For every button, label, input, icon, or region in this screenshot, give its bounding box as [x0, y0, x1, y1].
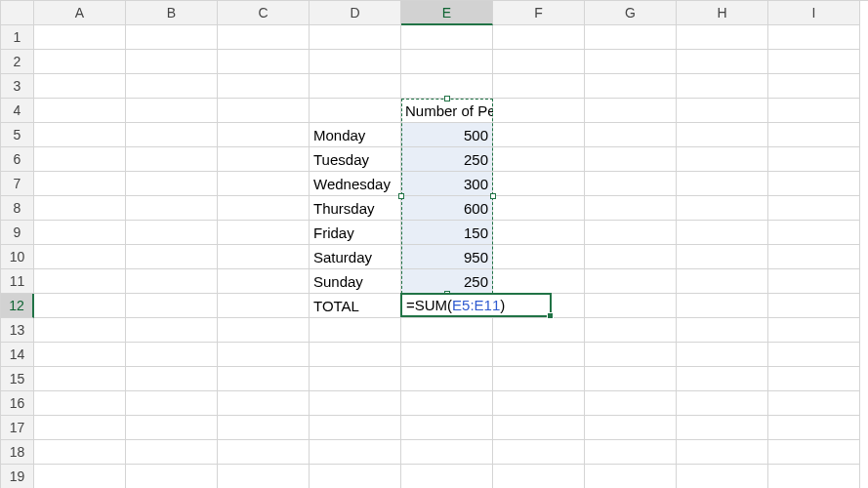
cell-H17[interactable]	[677, 416, 768, 440]
cell-F6[interactable]	[493, 147, 585, 172]
cell-B5[interactable]	[126, 123, 218, 147]
cell-C2[interactable]	[218, 50, 310, 74]
cell-F10[interactable]	[493, 245, 585, 269]
cell-F11[interactable]	[493, 269, 585, 294]
cell-D8[interactable]: Thursday	[310, 196, 401, 221]
cell-A17[interactable]	[34, 416, 126, 440]
cell-I4[interactable]	[768, 99, 860, 123]
cell-I15[interactable]	[768, 367, 860, 391]
row-header-7[interactable]: 7	[1, 172, 34, 196]
cell-I19[interactable]	[768, 465, 860, 488]
cell-A7[interactable]	[34, 172, 126, 196]
cell-A14[interactable]	[34, 343, 126, 367]
cell-F2[interactable]	[493, 50, 585, 74]
cell-D11[interactable]: Sunday	[310, 269, 401, 294]
cell-B15[interactable]	[126, 367, 218, 391]
cell-D18[interactable]	[310, 440, 401, 465]
cell-I2[interactable]	[768, 50, 860, 74]
row-header-4[interactable]: 4	[1, 99, 34, 123]
fill-handle[interactable]	[547, 312, 554, 319]
cell-G7[interactable]	[585, 172, 677, 196]
cell-C18[interactable]	[218, 440, 310, 465]
row-header-6[interactable]: 6	[1, 147, 34, 172]
cell-A10[interactable]	[34, 245, 126, 269]
cell-A15[interactable]	[34, 367, 126, 391]
row-header-1[interactable]: 1	[1, 25, 34, 50]
cell-A18[interactable]	[34, 440, 126, 465]
column-header-C[interactable]: C	[218, 1, 310, 25]
cell-G10[interactable]	[585, 245, 677, 269]
cell-B2[interactable]	[126, 50, 218, 74]
cell-B14[interactable]	[126, 343, 218, 367]
cell-C15[interactable]	[218, 367, 310, 391]
cell-C17[interactable]	[218, 416, 310, 440]
cell-B11[interactable]	[126, 269, 218, 294]
cell-H16[interactable]	[677, 391, 768, 416]
cell-A11[interactable]	[34, 269, 126, 294]
cell-B4[interactable]	[126, 99, 218, 123]
row-header-13[interactable]: 13	[1, 318, 34, 343]
cell-E2[interactable]	[401, 50, 493, 74]
cell-I17[interactable]	[768, 416, 860, 440]
cell-A4[interactable]	[34, 99, 126, 123]
cell-I8[interactable]	[768, 196, 860, 221]
cell-H12[interactable]	[677, 294, 768, 318]
cell-C1[interactable]	[218, 25, 310, 50]
cell-D16[interactable]	[310, 391, 401, 416]
cell-B13[interactable]	[126, 318, 218, 343]
cell-F16[interactable]	[493, 391, 585, 416]
cell-C14[interactable]	[218, 343, 310, 367]
cell-C16[interactable]	[218, 391, 310, 416]
cell-I11[interactable]	[768, 269, 860, 294]
cell-I13[interactable]	[768, 318, 860, 343]
cell-G5[interactable]	[585, 123, 677, 147]
row-header-17[interactable]: 17	[1, 416, 34, 440]
row-header-11[interactable]: 11	[1, 269, 34, 294]
cell-E10[interactable]: 950	[401, 245, 493, 269]
cell-I6[interactable]	[768, 147, 860, 172]
row-header-9[interactable]: 9	[1, 221, 34, 245]
cell-I18[interactable]	[768, 440, 860, 465]
cell-G14[interactable]	[585, 343, 677, 367]
cell-A19[interactable]	[34, 465, 126, 488]
cell-B12[interactable]	[126, 294, 218, 318]
cell-C6[interactable]	[218, 147, 310, 172]
cell-E6[interactable]: 250	[401, 147, 493, 172]
cell-H10[interactable]	[677, 245, 768, 269]
cell-H2[interactable]	[677, 50, 768, 74]
cell-C3[interactable]	[218, 74, 310, 99]
spreadsheet-grid[interactable]: ABCDEFGHI1234Number of People5Monday5006…	[0, 0, 868, 488]
cell-F4[interactable]	[493, 99, 585, 123]
cell-E4[interactable]: Number of People	[401, 99, 493, 123]
cell-B16[interactable]	[126, 391, 218, 416]
cell-E9[interactable]: 150	[401, 221, 493, 245]
cell-H14[interactable]	[677, 343, 768, 367]
cell-F15[interactable]	[493, 367, 585, 391]
cell-C11[interactable]	[218, 269, 310, 294]
selection-handle[interactable]	[398, 193, 404, 199]
cell-D15[interactable]	[310, 367, 401, 391]
row-header-2[interactable]: 2	[1, 50, 34, 74]
row-header-18[interactable]: 18	[1, 440, 34, 465]
row-header-5[interactable]: 5	[1, 123, 34, 147]
cell-F13[interactable]	[493, 318, 585, 343]
cell-G9[interactable]	[585, 221, 677, 245]
cell-H1[interactable]	[677, 25, 768, 50]
cell-G19[interactable]	[585, 465, 677, 488]
cell-F7[interactable]	[493, 172, 585, 196]
selection-handle[interactable]	[490, 193, 496, 199]
cell-I12[interactable]	[768, 294, 860, 318]
cell-G6[interactable]	[585, 147, 677, 172]
cell-I10[interactable]	[768, 245, 860, 269]
cell-E16[interactable]	[401, 391, 493, 416]
cell-C9[interactable]	[218, 221, 310, 245]
cell-E17[interactable]	[401, 416, 493, 440]
cell-E5[interactable]: 500	[401, 123, 493, 147]
cell-H5[interactable]	[677, 123, 768, 147]
cell-A6[interactable]	[34, 147, 126, 172]
cell-I1[interactable]	[768, 25, 860, 50]
cell-B8[interactable]	[126, 196, 218, 221]
cell-D9[interactable]: Friday	[310, 221, 401, 245]
cell-D7[interactable]: Wednesday	[310, 172, 401, 196]
cell-G18[interactable]	[585, 440, 677, 465]
